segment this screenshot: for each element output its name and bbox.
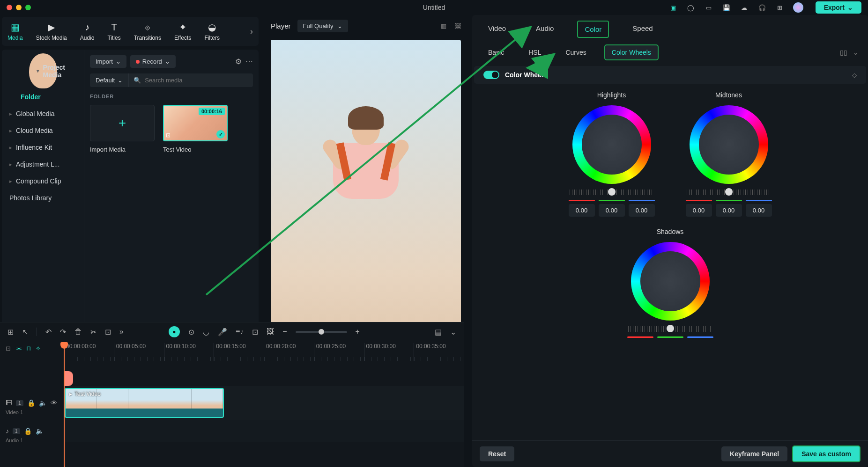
layout-icon[interactable]: ▯▯ xyxy=(840,49,847,56)
sidebar-item-adjustment-layer[interactable]: ▸Adjustment L... xyxy=(2,156,84,173)
lock-icon[interactable]: 🔒 xyxy=(27,399,35,407)
sidebar-item-cloud-media[interactable]: ▸Cloud Media xyxy=(2,122,84,139)
media-clip-test-video[interactable]: 00:00:16 ⊡ ✓ Test Video xyxy=(163,105,228,153)
display-icon[interactable]: ▭ xyxy=(704,3,713,12)
gift-icon[interactable]: ▣ xyxy=(668,3,678,12)
quality-dropdown[interactable]: Full Quality⌄ xyxy=(297,20,348,32)
lock-icon[interactable]: 🔒 xyxy=(24,427,32,435)
tab-audio[interactable]: ♪Audio xyxy=(80,22,95,41)
midtones-b-value[interactable]: 0.00 xyxy=(746,204,772,217)
link-icon[interactable]: ⫘ xyxy=(15,345,22,352)
keyframe-panel-button[interactable]: Keyframe Panel xyxy=(721,446,787,461)
sidebar-item-compound-clip[interactable]: ▸Compound Clip xyxy=(2,173,84,190)
audio-sync-icon[interactable]: ≡♪ xyxy=(236,328,244,336)
tab-color[interactable]: Color xyxy=(577,21,609,38)
headphones-icon[interactable]: 🎧 xyxy=(757,3,767,12)
compare-view-icon[interactable]: ▥ xyxy=(441,22,446,29)
color-wheels-toggle[interactable] xyxy=(483,71,499,79)
tab-audio-inspector[interactable]: Audio xyxy=(529,21,560,38)
subtab-curves[interactable]: Curves xyxy=(559,45,593,59)
highlights-b-value[interactable]: 0.00 xyxy=(629,204,655,217)
mute-icon[interactable]: 🔈 xyxy=(36,427,44,435)
subtab-color-wheels[interactable]: Color Wheels xyxy=(604,44,659,60)
delete-icon[interactable]: 🗑 xyxy=(74,328,82,336)
minimize-window[interactable] xyxy=(16,5,22,10)
more-tools-icon[interactable]: » xyxy=(119,328,124,336)
visibility-icon[interactable]: 👁 xyxy=(51,399,57,407)
keyframe-diamond-icon[interactable]: ◇ xyxy=(852,72,857,79)
record-status-icon[interactable]: ◯ xyxy=(686,3,696,12)
filter-icon[interactable]: ⚙ xyxy=(235,57,242,66)
subtitle-icon[interactable]: ⊡ xyxy=(252,328,258,336)
reset-button[interactable]: Reset xyxy=(480,446,514,461)
sidebar-item-project-media[interactable]: ▾Project Media xyxy=(29,53,57,88)
tab-media[interactable]: ▦Media xyxy=(7,22,23,41)
zoom-slider[interactable] xyxy=(296,331,347,333)
cloud-icon[interactable]: ☁ xyxy=(740,3,749,12)
selection-tool-icon[interactable]: ↖ xyxy=(22,328,28,336)
midtones-brightness-slider[interactable] xyxy=(687,190,771,195)
track-options-icon[interactable]: ⊡ xyxy=(6,345,11,352)
import-media-tile[interactable]: + Import Media xyxy=(90,105,155,153)
maximize-window[interactable] xyxy=(25,5,31,10)
voiceover-icon[interactable]: 🎤 xyxy=(218,328,227,336)
user-avatar[interactable] xyxy=(793,2,803,13)
highlights-color-wheel[interactable] xyxy=(572,105,651,184)
chevron-down-icon[interactable]: ⌄ xyxy=(853,49,859,56)
tab-transitions[interactable]: ⟐Transitions xyxy=(134,22,161,41)
sidebar-item-global-media[interactable]: ▸Global Media xyxy=(2,105,84,122)
highlights-brightness-slider[interactable] xyxy=(570,190,654,195)
video-track-lane[interactable]: ▸Test Video xyxy=(64,386,464,420)
sort-dropdown[interactable]: Default⌄ xyxy=(90,73,128,87)
mute-icon[interactable]: 🔈 xyxy=(39,399,47,407)
record-button[interactable]: Record⌄ xyxy=(130,55,176,68)
redo-icon[interactable]: ↷ xyxy=(60,328,66,336)
marker-icon[interactable]: ◡ xyxy=(203,328,209,336)
snapshot-icon[interactable]: 🖼 xyxy=(455,22,461,29)
sidebar-item-influence-kit[interactable]: ▸Influence Kit xyxy=(2,139,84,156)
midtones-r-value[interactable]: 0.00 xyxy=(686,204,712,217)
more-icon[interactable]: ⋯ xyxy=(245,57,253,66)
tabs-scroll-right[interactable]: › xyxy=(250,27,253,36)
save-icon[interactable]: 💾 xyxy=(722,3,731,12)
midtones-g-value[interactable]: 0.00 xyxy=(716,204,742,217)
export-button[interactable]: Export ⌄ xyxy=(816,1,861,14)
tab-speed[interactable]: Speed xyxy=(626,21,659,38)
tab-stock-media[interactable]: ▶Stock Media xyxy=(36,22,67,41)
picture-icon[interactable]: 🖼 xyxy=(267,328,274,336)
zoom-in-icon[interactable]: + xyxy=(356,328,360,336)
tab-video[interactable]: Video xyxy=(482,21,512,38)
undo-icon[interactable]: ↶ xyxy=(45,328,52,336)
ai-assistant-icon[interactable]: ● xyxy=(169,326,180,337)
track-handle[interactable] xyxy=(64,371,73,386)
import-button[interactable]: Import⌄ xyxy=(90,55,126,68)
snap-icon[interactable]: ✧ xyxy=(36,345,41,352)
playhead[interactable] xyxy=(64,343,65,467)
timeline-clip[interactable]: ▸Test Video xyxy=(65,388,224,418)
cut-icon[interactable]: ✂ xyxy=(90,328,96,336)
shadows-brightness-slider[interactable] xyxy=(628,326,712,332)
tab-effects[interactable]: ✦Effects xyxy=(174,22,191,41)
subtab-hsl[interactable]: HSL xyxy=(522,45,548,59)
zoom-out-icon[interactable]: − xyxy=(282,328,287,336)
timeline-grid-icon[interactable]: ⊞ xyxy=(7,328,14,336)
highlights-g-value[interactable]: 0.00 xyxy=(599,204,625,217)
crop-tool-icon[interactable]: ⊡ xyxy=(105,328,111,336)
tab-filters[interactable]: ◒Filters xyxy=(204,22,220,41)
magnet-icon[interactable]: ⊓ xyxy=(26,345,31,352)
tab-titles[interactable]: TTitles xyxy=(107,22,120,41)
highlights-r-value[interactable]: 0.00 xyxy=(569,204,595,217)
timeline-ruler[interactable]: 00:00:00:00 00:00:05:00 00:00:10:00 00:0… xyxy=(64,343,464,361)
timeline-settings-icon[interactable]: ⌄ xyxy=(450,328,456,336)
audio-track-lane[interactable] xyxy=(64,420,464,442)
search-field[interactable] xyxy=(145,77,248,84)
search-input[interactable]: 🔍 xyxy=(128,73,253,87)
close-window[interactable] xyxy=(7,5,12,10)
midtones-color-wheel[interactable] xyxy=(690,105,768,184)
grid-icon[interactable]: ⊞ xyxy=(775,3,785,12)
speed-icon[interactable]: ⊙ xyxy=(188,328,194,336)
sidebar-item-folder[interactable]: Folder xyxy=(2,88,84,105)
subtab-basic[interactable]: Basic xyxy=(482,45,511,59)
shadows-color-wheel[interactable] xyxy=(631,242,710,321)
sidebar-item-photos-library[interactable]: Photos Library xyxy=(2,190,84,206)
